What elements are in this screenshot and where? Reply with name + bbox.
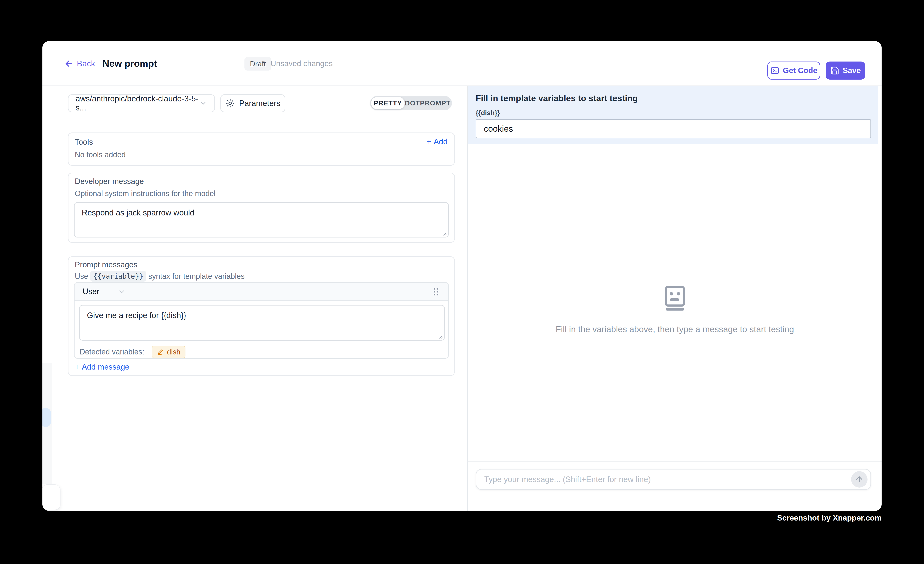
- message-header: User: [75, 283, 448, 301]
- template-variables-banner: Fill in template variables to start test…: [468, 86, 879, 144]
- tools-title: Tools: [75, 138, 93, 147]
- developer-message-textarea[interactable]: Respond as jack sparrow would: [74, 202, 449, 237]
- test-panel-title: Fill in template variables to start test…: [476, 93, 638, 103]
- toggle-option-pretty[interactable]: PRETTY: [371, 97, 405, 109]
- screenshot-stage: Back New prompt Draft Unsaved changes Ge…: [0, 0, 924, 564]
- send-message-button[interactable]: [851, 471, 867, 488]
- developer-message-section: Developer message Optional system instru…: [68, 172, 455, 243]
- save-button[interactable]: Save: [826, 62, 865, 80]
- test-panel: Fill in template variables to start test…: [467, 86, 882, 511]
- code-terminal-icon: [770, 66, 780, 75]
- drag-handle-icon[interactable]: [432, 287, 440, 297]
- variable-badge-label: dish: [167, 348, 180, 356]
- back-label: Back: [77, 59, 95, 68]
- message-role-label: User: [82, 287, 99, 296]
- detected-variables-row: Detected variables: dish: [80, 346, 185, 358]
- popover-fragment: [42, 484, 60, 510]
- subtitle-suffix: syntax for template variables: [148, 272, 244, 281]
- pencil-icon: [157, 348, 164, 356]
- variable-syntax-code: {{variable}}: [90, 271, 146, 282]
- developer-message-subtitle: Optional system instructions for the mod…: [75, 189, 216, 198]
- tools-section: Tools + Add No tools added: [68, 132, 455, 166]
- get-code-label: Get Code: [783, 66, 818, 75]
- add-message-label: Add message: [82, 363, 129, 372]
- editor-header: Back New prompt Draft Unsaved changes Ge…: [42, 41, 882, 86]
- sidebar-active-item[interactable]: [42, 408, 51, 427]
- save-label: Save: [843, 66, 861, 75]
- model-selector[interactable]: aws/anthropic/bedrock-claude-3-5-s...: [68, 94, 215, 112]
- prompt-messages-title: Prompt messages: [75, 260, 137, 269]
- tools-empty-text: No tools added: [75, 150, 126, 159]
- add-tool-label: Add: [434, 137, 447, 146]
- page-title: New prompt: [102, 41, 157, 86]
- message-role-selector[interactable]: User: [82, 287, 126, 296]
- chat-message-input[interactable]: [476, 475, 851, 484]
- watermark-text: Screenshot by Xnapper.com: [777, 514, 882, 522]
- scrollbar-track[interactable]: [878, 86, 882, 144]
- add-tool-button[interactable]: + Add: [427, 137, 447, 146]
- variable-name-label: {{dish}}: [476, 109, 500, 117]
- resize-handle-icon[interactable]: [441, 230, 447, 236]
- plus-icon: +: [427, 137, 431, 146]
- variable-value-input[interactable]: [476, 119, 871, 138]
- message-content-textarea[interactable]: Give me a recipe for {{dish}}: [79, 305, 445, 340]
- detected-variables-label: Detected variables:: [80, 348, 144, 356]
- toggle-option-dotprompt[interactable]: DOTPROMPT: [405, 97, 451, 109]
- status-badge: Draft: [244, 57, 272, 70]
- plus-icon: +: [75, 363, 80, 372]
- resize-handle-icon[interactable]: [437, 333, 443, 339]
- arrow-up-icon: [855, 475, 864, 484]
- add-message-button[interactable]: + Add message: [75, 363, 129, 372]
- message-block: User Give me a recipe for {{dish}}: [74, 282, 449, 358]
- prompt-messages-subtitle: Use {{variable}} syntax for template var…: [75, 271, 244, 282]
- developer-message-title: Developer message: [75, 177, 144, 186]
- parameters-label: Parameters: [239, 99, 280, 108]
- parameters-button[interactable]: Parameters: [220, 94, 285, 112]
- get-code-button[interactable]: Get Code: [767, 62, 820, 80]
- arrow-left-icon: [64, 59, 73, 68]
- subtitle-prefix: Use: [75, 272, 88, 281]
- bot-face-icon: [665, 286, 685, 310]
- unsaved-changes-text: Unsaved changes: [270, 41, 333, 86]
- chat-separator: [468, 461, 882, 462]
- chevron-down-icon: [199, 99, 207, 108]
- chat-input-container: [476, 469, 871, 490]
- chevron-down-icon: [118, 288, 126, 296]
- prompt-messages-section: Prompt messages Use {{variable}} syntax …: [68, 256, 455, 376]
- view-mode-toggle: PRETTY DOTPROMPT: [370, 96, 452, 110]
- back-button[interactable]: Back: [64, 41, 95, 86]
- empty-state-text: Fill in the variables above, then type a…: [468, 324, 882, 334]
- prompt-editor-window: Back New prompt Draft Unsaved changes Ge…: [42, 41, 882, 511]
- model-selector-value: aws/anthropic/bedrock-claude-3-5-s...: [76, 94, 199, 112]
- empty-state: Fill in the variables above, then type a…: [468, 286, 882, 334]
- gear-icon: [225, 99, 235, 108]
- variable-badge-dish[interactable]: dish: [152, 346, 185, 358]
- save-icon: [830, 66, 839, 75]
